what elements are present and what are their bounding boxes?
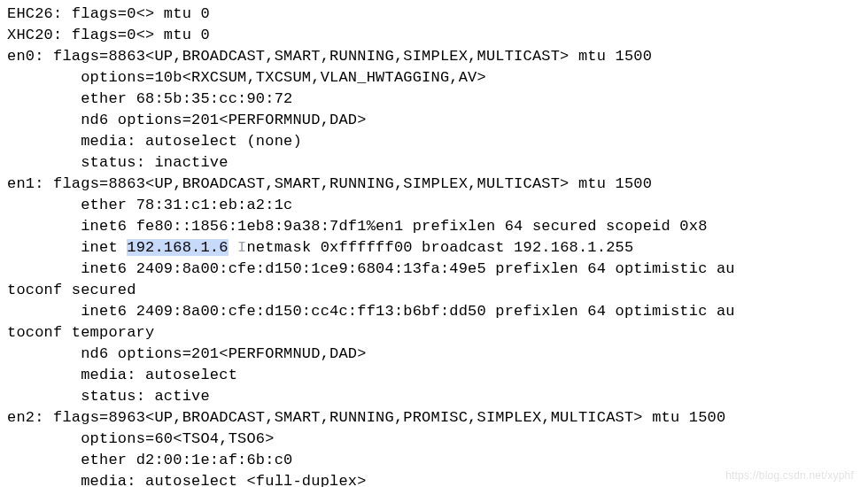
line-en0-ether: ether 68:5b:35:cc:90:72 bbox=[7, 90, 292, 107]
line-en0-status: status: inactive bbox=[7, 154, 229, 171]
iface-name: en2 bbox=[7, 409, 35, 426]
iface-flags: flags=8863<UP,BROADCAST,SMART,RUNNING,SI… bbox=[53, 48, 652, 65]
iface-name: XHC20 bbox=[7, 27, 53, 43]
line-en1-media: media: autoselect bbox=[7, 367, 237, 383]
line-en0-flags: en0: flags=8863<UP,BROADCAST,SMART,RUNNI… bbox=[7, 48, 652, 65]
line-en1-inet: inet 192.168.1.6 Inetmask 0xffffff00 bro… bbox=[7, 239, 633, 256]
line-en1-flags: en1: flags=8863<UP,BROADCAST,SMART,RUNNI… bbox=[7, 175, 652, 192]
iface-flags: flags=8863<UP,BROADCAST,SMART,RUNNING,SI… bbox=[53, 175, 652, 192]
iface-flags: flags=0<> mtu 0 bbox=[72, 27, 210, 43]
line-en1-inet6-2: inet6 2409:8a00:cfe:d150:1ce9:6804:13fa:… bbox=[7, 260, 735, 277]
iface-flags: flags=8963<UP,BROADCAST,SMART,RUNNING,PR… bbox=[53, 409, 725, 426]
line-en0-nd6: nd6 options=201<PERFORMNUD,DAD> bbox=[7, 112, 367, 128]
ip-selection[interactable]: 192.168.1.6 bbox=[127, 239, 228, 256]
iface-name: en1 bbox=[7, 175, 35, 192]
line-xhc20: XHC20: flags=0<> mtu 0 bbox=[7, 27, 210, 43]
iface-name: EHC26 bbox=[7, 5, 53, 22]
line-en1-inet6-1: inet6 fe80::1856:1eb8:9a38:7df1%en1 pref… bbox=[7, 218, 708, 235]
line-en1-ether: ether 78:31:c1:eb:a2:1c bbox=[7, 197, 292, 213]
line-en2-ether: ether d2:00:1e:af:6b:c0 bbox=[7, 452, 292, 468]
line-ehc26: EHC26: flags=0<> mtu 0 bbox=[7, 5, 210, 22]
text-cursor-icon: I bbox=[229, 239, 247, 256]
line-en1-wrap-1: toconf secured bbox=[7, 282, 136, 298]
line-en1-status: status: active bbox=[7, 388, 210, 405]
line-en1-nd6: nd6 options=201<PERFORMNUD,DAD> bbox=[7, 345, 367, 362]
line-en2-media: media: autoselect <full-duplex> bbox=[7, 473, 367, 487]
line-en1-wrap-2: toconf temporary bbox=[7, 324, 154, 341]
iface-flags: flags=0<> mtu 0 bbox=[72, 5, 210, 22]
line-en0-media: media: autoselect (none) bbox=[7, 133, 302, 150]
terminal-output[interactable]: EHC26: flags=0<> mtu 0 XHC20: flags=0<> … bbox=[0, 0, 868, 487]
line-en2-options: options=60<TSO4,TSO6> bbox=[7, 430, 275, 447]
line-en2-flags: en2: flags=8963<UP,BROADCAST,SMART,RUNNI… bbox=[7, 409, 725, 426]
line-en1-inet6-3: inet6 2409:8a00:cfe:d150:cc4c:ff13:b6bf:… bbox=[7, 303, 735, 320]
iface-name: en0 bbox=[7, 48, 35, 65]
line-en0-options: options=10b<RXCSUM,TXCSUM,VLAN_HWTAGGING… bbox=[7, 69, 486, 86]
